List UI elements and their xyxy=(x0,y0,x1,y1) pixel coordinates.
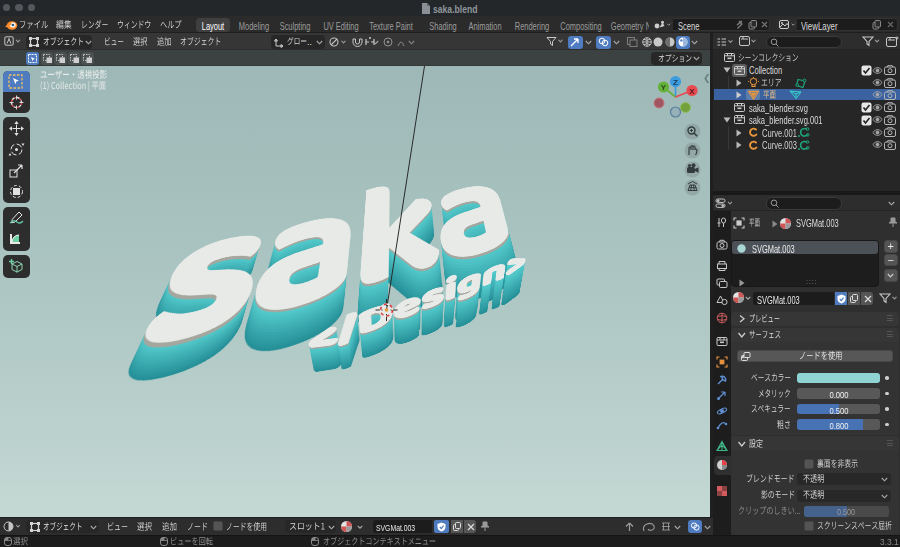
svg-text:X: X xyxy=(689,87,695,96)
svg-text:Z: Z xyxy=(673,78,678,87)
svg-text:Y: Y xyxy=(661,83,667,92)
